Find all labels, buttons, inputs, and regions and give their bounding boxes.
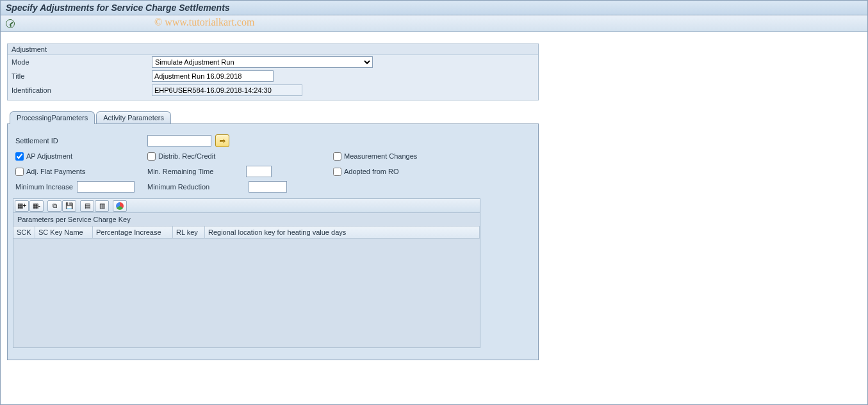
app-toolbar: © www.tutorialkart.com bbox=[1, 15, 867, 32]
layout-icon: ▤ bbox=[85, 202, 90, 209]
tab-strip: ProcessingParameters Activity Parameters… bbox=[7, 109, 539, 360]
col-sc-key-name[interactable]: SC Key Name bbox=[35, 226, 93, 238]
adj-flat-payments-label: Adj. Flat Payments bbox=[26, 168, 85, 175]
page-title: Specify Adjustments for Service Charge S… bbox=[6, 3, 230, 13]
minimum-reduction-input[interactable] bbox=[249, 181, 287, 193]
identification-label: Identification bbox=[8, 86, 152, 94]
layout-edit-icon: ▥ bbox=[99, 202, 105, 209]
ap-adjustment-label: AP Adjustment bbox=[26, 152, 72, 160]
body-area: Adjustment Mode Simulate Adjustment Run … bbox=[1, 32, 867, 372]
adjustment-group-title: Adjustment bbox=[8, 44, 538, 55]
measurement-changes-label: Measurement Changes bbox=[344, 152, 417, 160]
title-input[interactable] bbox=[152, 70, 274, 82]
chart-icon bbox=[116, 202, 124, 210]
choose-layout-button[interactable]: ▤ bbox=[80, 200, 94, 212]
col-percentage-increase[interactable]: Percentage Increase bbox=[93, 226, 173, 238]
delete-row-button[interactable]: ▦- bbox=[29, 200, 44, 212]
tab-processing-parameters[interactable]: ProcessingParameters bbox=[10, 111, 95, 123]
insert-row-button[interactable]: ▦+ bbox=[15, 200, 29, 212]
ap-adjustment-checkbox[interactable] bbox=[15, 152, 24, 161]
insert-row-icon: ▦+ bbox=[17, 202, 27, 209]
measurement-changes-checkbox[interactable] bbox=[333, 152, 341, 161]
settlement-id-label: Settlement ID bbox=[15, 137, 58, 145]
identification-field bbox=[152, 84, 302, 96]
multiple-selection-button[interactable]: ⇨ bbox=[215, 134, 229, 147]
distrib-rec-credit-label: Distrib. Rec/Credit bbox=[158, 152, 215, 160]
tab-row: ProcessingParameters Activity Parameters bbox=[10, 109, 539, 123]
col-regional-location-key[interactable]: Regional location key for heating value … bbox=[205, 226, 480, 238]
mode-select[interactable]: Simulate Adjustment Run bbox=[152, 56, 373, 68]
distrib-rec-credit-checkbox[interactable] bbox=[147, 152, 156, 161]
tab-body: Settlement ID ⇨ AP Adjustment Dis bbox=[7, 123, 539, 360]
save-layout-button[interactable]: 💾 bbox=[62, 200, 76, 212]
graphic-button[interactable] bbox=[113, 200, 127, 212]
alv-body[interactable] bbox=[13, 239, 480, 347]
tab-activity-parameters[interactable]: Activity Parameters bbox=[96, 111, 171, 123]
mode-label: Mode bbox=[8, 58, 152, 66]
min-remaining-time-label: Min. Remaining Time bbox=[147, 168, 243, 175]
execute-icon[interactable] bbox=[6, 19, 15, 28]
alv-grid: ▦+ ▦- ⧉ 💾 ▤ ▥ Parameters per Service Cha… bbox=[13, 198, 480, 348]
adj-flat-payments-checkbox[interactable] bbox=[15, 168, 24, 176]
adopted-from-ro-checkbox[interactable] bbox=[333, 168, 341, 176]
app-window: Specify Adjustments for Service Charge S… bbox=[0, 0, 868, 405]
change-layout-button[interactable]: ▥ bbox=[95, 200, 109, 212]
col-sck[interactable]: SCK bbox=[13, 226, 35, 238]
delete-row-icon: ▦- bbox=[33, 202, 40, 209]
alv-header-row: SCK SC Key Name Percentage Increase RL k… bbox=[13, 226, 480, 239]
arrow-right-icon: ⇨ bbox=[220, 137, 225, 145]
minimum-increase-label: Minimum Increase bbox=[15, 183, 73, 191]
export-button[interactable]: ⧉ bbox=[47, 200, 61, 212]
minimum-increase-input[interactable] bbox=[77, 181, 135, 193]
save-icon: 💾 bbox=[65, 202, 73, 209]
alv-caption: Parameters per Service Charge Key bbox=[13, 213, 480, 226]
col-rl-key[interactable]: RL key bbox=[173, 226, 205, 238]
adjustment-group: Adjustment Mode Simulate Adjustment Run … bbox=[7, 44, 539, 100]
title-bar: Specify Adjustments for Service Charge S… bbox=[1, 1, 867, 15]
min-remaining-time-input[interactable] bbox=[246, 166, 272, 177]
adopted-from-ro-label: Adopted from RO bbox=[344, 168, 399, 175]
export-icon: ⧉ bbox=[53, 202, 57, 210]
watermark-text: © www.tutorialkart.com bbox=[154, 17, 254, 28]
settlement-id-input[interactable] bbox=[147, 135, 211, 147]
alv-toolbar: ▦+ ▦- ⧉ 💾 ▤ ▥ bbox=[13, 199, 480, 213]
title-label: Title bbox=[8, 72, 152, 80]
minimum-reduction-label: Minimum Reduction bbox=[147, 183, 243, 191]
